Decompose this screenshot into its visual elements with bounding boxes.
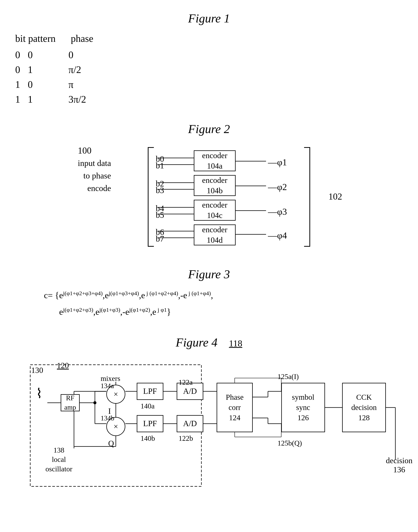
- fig4-140b-label: 140b: [140, 434, 155, 442]
- figure-4-diagram: 130 120 ⌇ RF amp mixers × 134a × 134b I …: [19, 353, 399, 502]
- b7-label: b7: [156, 234, 164, 244]
- figure-1-table: bit pattern phase 0 0 0 0 1 π/2: [15, 31, 403, 107]
- antenna-icon: ⌇: [36, 386, 42, 401]
- local-oscillator-label: 138 local oscillator: [46, 445, 72, 474]
- svg-point-19: [93, 401, 96, 404]
- fig4-125b-label: 125b(Q): [278, 439, 302, 447]
- fig4-122a-label: 122a: [179, 378, 193, 386]
- fig4-122b-label: 122b: [179, 434, 193, 442]
- figure-3-container: Figure 3 c= {ej(φ1+φ2+φ3+φ4),ej(φ1+φ3+φ4…: [15, 267, 403, 320]
- page-content: Figure 1 bit pattern phase 0 0 0 0: [15, 11, 403, 502]
- cck-decision-block: CCK decision 128: [342, 383, 386, 432]
- phi4-label: —φ4: [268, 230, 287, 241]
- figure-2-title: Figure 2: [15, 122, 403, 136]
- q-label: Q: [108, 439, 114, 448]
- eq-line1: c= {ej(φ1+φ2+φ3+φ4),ej(φ1+φ3+φ4),e j (φ1…: [44, 287, 393, 304]
- eq-line2: ej(φ1+φ2+φ3),ej(φ1+φ3),-ej(φ1+φ2),e j φ1…: [44, 304, 393, 320]
- decision-label: decision 136: [386, 456, 412, 474]
- phase-header: phase: [71, 31, 99, 46]
- lpf-140b: LPF: [137, 415, 163, 432]
- fig4-118-label: 118: [229, 338, 242, 349]
- symbol-sync-block: symbol sync 126: [281, 383, 325, 432]
- fig2-100-label: 100: [78, 144, 92, 157]
- fig4-134a-label: 134a: [101, 382, 114, 390]
- figure-2-container: Figure 2: [15, 122, 403, 252]
- bit-pattern-label: bit pattern: [15, 31, 56, 46]
- b5-label: b5: [156, 210, 164, 220]
- b3-label: b3: [156, 185, 164, 195]
- table-row: 1 1 3π/2: [15, 92, 403, 107]
- encoder-104b: encoder 104b: [194, 175, 236, 196]
- fig2-input-label: input datato phaseencode: [78, 157, 111, 195]
- fig4-125a-label: 125a(I): [278, 372, 299, 381]
- mixers-label: mixers: [101, 374, 120, 383]
- fig4-140a-label: 140a: [140, 402, 155, 410]
- phi1-label: —φ1: [268, 157, 287, 168]
- phase-corr-block: Phase corr 124: [217, 383, 253, 432]
- figure-3-title: Figure 3: [15, 267, 403, 281]
- table-row: 1 0 π: [15, 77, 403, 92]
- figure-4-container: Figure 4 118: [15, 336, 403, 502]
- fig4-120-label: 120: [57, 361, 69, 370]
- table-row: 0 1 π/2: [15, 62, 403, 77]
- fig4-134b-label: 134b: [101, 414, 114, 422]
- table-row: 0 0 0: [15, 47, 403, 62]
- bit-pattern-header: bit pattern: [15, 31, 56, 46]
- phi2-label: —φ2: [268, 182, 287, 192]
- rf-amp-block: RF amp: [61, 394, 80, 411]
- encoder-104a: encoder 104a: [194, 150, 236, 171]
- figure-2-diagram: 100 input datato phaseencode b0 b1 b2 b3…: [76, 142, 342, 252]
- fig4-130-label: 130: [31, 366, 43, 375]
- figure-1-title: Figure 1: [15, 11, 403, 25]
- encoder-104d: encoder 104d: [194, 225, 236, 245]
- figure-1-container: Figure 1 bit pattern phase 0 0 0 0: [15, 11, 403, 107]
- i-label: I: [108, 407, 111, 416]
- b1-label: b1: [156, 161, 164, 170]
- encoder-104c: encoder 104c: [194, 200, 236, 221]
- ad-122b: A/D: [177, 415, 203, 432]
- phi3-label: —φ3: [268, 206, 287, 217]
- fig2-102-label: 102: [328, 191, 342, 202]
- lpf-140a: LPF: [137, 383, 163, 400]
- figure-3-equation: c= {ej(φ1+φ2+φ3+φ4),ej(φ1+φ3+φ4),e j (φ1…: [25, 287, 393, 320]
- figure-4-title: Figure 4: [176, 336, 218, 350]
